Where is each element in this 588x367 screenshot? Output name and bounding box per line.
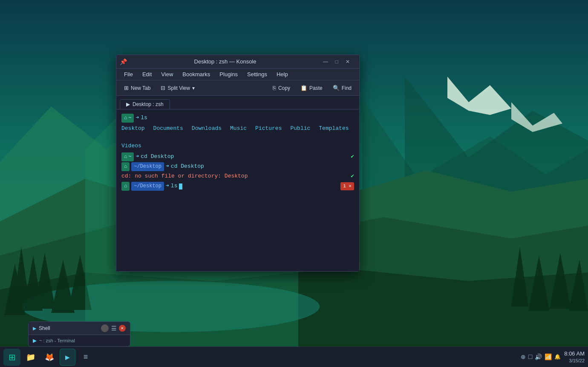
preview-menu-btn[interactable]: ☰: [110, 325, 117, 332]
terminal-cursor: [179, 184, 182, 189]
menu-edit[interactable]: Edit: [138, 70, 156, 78]
paste-button[interactable]: 📋 Paste: [296, 83, 327, 92]
svg-marker-13: [34, 253, 55, 309]
prompt-arrow-2: ➜: [135, 152, 139, 161]
tray-volume-icon[interactable]: 🔊: [535, 353, 542, 360]
prompt-badge-3: ⌂: [121, 162, 130, 171]
git-icon: ⌂: [124, 114, 127, 122]
copy-button[interactable]: ⎘ Copy: [268, 83, 294, 92]
title-bar: 📌 Desktop : zsh — Konsole — □ ✕: [116, 55, 359, 69]
svg-marker-14: [51, 260, 75, 313]
split-view-button[interactable]: ⊟ Split View ▾: [156, 83, 199, 92]
svg-marker-3: [447, 77, 511, 115]
svg-marker-1: [362, 98, 588, 367]
dolphin-button[interactable]: ≡: [77, 349, 94, 366]
svg-marker-2: [405, 77, 588, 367]
taskbar-right: ⊕ □ 🔊 📶 🔔 8:06 AM 3/15/22: [521, 350, 585, 364]
window-title: Desktop : zsh — Konsole: [130, 58, 321, 65]
command-2: cd Desktop: [141, 152, 174, 161]
preview-terminal-icon: ▶: [33, 326, 36, 331]
prompt-line-2: ⌂ ~ ➜ cd Desktop ✔: [121, 152, 354, 161]
system-icon: ⊞: [9, 352, 16, 362]
window-controls: — □ ✕: [321, 57, 352, 66]
tray-icon-1[interactable]: ⊕: [521, 353, 526, 360]
prompt-line-1: ⌂ ~ ➜ ls: [121, 114, 354, 123]
tray-icons: ⊕ □ 🔊 📶 🔔: [521, 353, 561, 361]
clock-date: 3/15/22: [564, 358, 585, 364]
prompt-badge-2: ⌂ ~: [121, 152, 134, 161]
error-badge: 1 ✕: [340, 182, 354, 191]
menu-file[interactable]: File: [120, 70, 137, 78]
error-text: cd: no such file or directory: Desktop: [121, 173, 248, 179]
firefox-button[interactable]: 🦊: [41, 349, 58, 366]
svg-marker-4: [511, 102, 562, 132]
tab-bar: ▶ Desktop : zsh: [116, 96, 359, 109]
clock[interactable]: 8:06 AM 3/15/22: [564, 350, 585, 364]
svg-marker-17: [528, 255, 550, 311]
tray-notification-icon[interactable]: 🔔: [554, 354, 561, 360]
paste-icon: 📋: [300, 85, 307, 91]
svg-marker-19: [569, 260, 588, 311]
close-button[interactable]: ✕: [343, 57, 352, 66]
menu-help[interactable]: Help: [272, 70, 292, 78]
check-icon-2: ✔: [351, 172, 354, 181]
prompt-badge-4: ⌂: [121, 182, 130, 191]
maximize-button[interactable]: □: [332, 57, 341, 66]
ls-documents: Documents: [153, 124, 183, 133]
svg-marker-18: [550, 253, 571, 309]
terminal-taskbar-button[interactable]: ▶: [60, 349, 75, 366]
git-icon-3: ⌂: [124, 163, 127, 171]
ls-templates: Templates: [319, 124, 349, 133]
command-3: cd Desktop: [171, 162, 204, 171]
svg-marker-16: [511, 247, 528, 307]
terminal-preview-popup: ▶ Shell ☰ ✕ ▶ ~ : zsh - Terminal: [28, 321, 130, 347]
git-icon-4: ⌂: [124, 182, 127, 190]
find-icon: 🔍: [333, 85, 340, 91]
preview-controls: ☰ ✕: [101, 324, 126, 332]
new-tab-button[interactable]: ⊞ New Tab: [120, 83, 155, 92]
files-button[interactable]: 📁: [22, 349, 39, 366]
preview-close-btn[interactable]: ✕: [119, 325, 126, 332]
error-line: cd: no such file or directory: Desktop ✔: [121, 172, 354, 181]
preview-content: ▶ ~ : zsh - Terminal: [29, 335, 130, 346]
command-1: ls: [141, 114, 147, 123]
prompt-badge-1: ⌂ ~: [121, 114, 134, 123]
ls-videos: Videos: [121, 142, 141, 151]
menu-bookmarks[interactable]: Bookmarks: [178, 70, 214, 78]
ls-public: Public: [290, 124, 310, 133]
menu-settings[interactable]: Settings: [243, 70, 271, 78]
ls-desktop: Desktop: [121, 124, 145, 133]
path-badge-2: ~/Desktop: [131, 182, 164, 191]
menu-bar: File Edit View Bookmarks Plugins Setting…: [116, 69, 359, 80]
svg-marker-11: [23, 255, 43, 311]
preview-header: ▶ Shell ☰ ✕: [29, 322, 130, 335]
taskbar: ⊞ 📁 🦊 ▶ ≡ ⊕ □ 🔊 📶: [0, 347, 588, 367]
tray-network-icon[interactable]: 📶: [545, 353, 552, 360]
taskbar-left: ⊞ 📁 🦊 ▶ ≡: [3, 349, 94, 366]
minimize-button[interactable]: —: [321, 57, 330, 66]
system-button[interactable]: ⊞: [3, 349, 20, 366]
desktop: 📌 Desktop : zsh — Konsole — □ ✕ File Edi…: [0, 0, 588, 367]
terminal-window: 📌 Desktop : zsh — Konsole — □ ✕ File Edi…: [116, 54, 360, 272]
svg-marker-12: [4, 264, 26, 315]
preview-terminal-icon-2: ▶: [33, 338, 37, 344]
prompt-arrow-3: ➜: [166, 162, 169, 171]
check-icon-1: ✔: [351, 152, 354, 161]
preview-subtitle: ~ : zsh - Terminal: [39, 338, 75, 343]
terminal-content[interactable]: ⌂ ~ ➜ ls Desktop Documents Downloads Mus…: [116, 109, 359, 271]
tray-icon-kde[interactable]: □: [528, 353, 533, 361]
prompt-line-4: ⌂ ~/Desktop ➜ ls 1 ✕: [121, 182, 354, 191]
prompt-arrow-1: ➜: [135, 114, 139, 123]
svg-marker-10: [13, 247, 30, 307]
menu-view[interactable]: View: [157, 70, 177, 78]
split-view-dropdown-icon: ▾: [192, 85, 195, 91]
files-icon: 📁: [26, 353, 35, 362]
dolphin-icon: ≡: [84, 353, 88, 361]
find-button[interactable]: 🔍 Find: [329, 83, 356, 92]
preview-circle-btn[interactable]: [101, 324, 109, 332]
clock-time: 8:06 AM: [564, 350, 585, 358]
menu-plugins[interactable]: Plugins: [215, 70, 242, 78]
svg-marker-15: [68, 255, 92, 310]
toolbar: ⊞ New Tab ⊟ Split View ▾ ⎘ Copy 📋 Paste …: [116, 80, 359, 96]
active-tab[interactable]: ▶ Desktop : zsh: [120, 99, 170, 109]
